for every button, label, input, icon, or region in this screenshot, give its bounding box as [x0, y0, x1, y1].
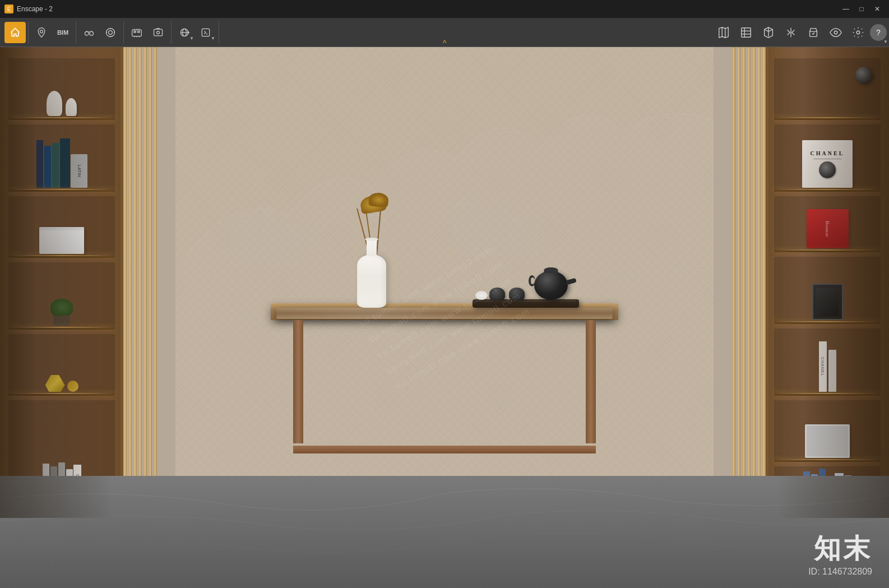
table-button[interactable] [735, 22, 757, 43]
table-leg-right [586, 320, 596, 443]
right-shelf-sphere [774, 58, 881, 120]
chanel-tall-book: CHANEL [819, 341, 827, 392]
bim-button[interactable]: BIM [52, 22, 73, 43]
right-slat-2 [737, 47, 740, 518]
chanel-book-text: CHANEL [811, 150, 845, 156]
toolbar: BIM [0, 18, 889, 47]
toolbar-capture-group [124, 21, 172, 44]
collapse-toolbar-button[interactable]: ^ [443, 39, 447, 48]
left-shelf-compartments: LATIN [0, 47, 123, 518]
shelf-compartment-gold [8, 334, 115, 396]
table-items [276, 240, 613, 308]
tea-set-arrangement [473, 260, 579, 308]
chanel-tall-group: CHANEL [819, 341, 836, 392]
table-legs [276, 320, 613, 487]
bucket-button[interactable] [803, 22, 824, 43]
book-dark-navy [60, 138, 70, 188]
viewport[interactable]: LATIN [0, 47, 889, 588]
svg-rect-7 [138, 31, 140, 33]
svg-point-20 [856, 31, 860, 34]
right-slat-3 [742, 47, 746, 518]
photo-frame [812, 284, 843, 320]
eye-button[interactable] [825, 22, 846, 43]
app-icon: E [4, 4, 13, 13]
right-shelf-chanel: CHANEL [774, 124, 881, 192]
book-dark-blue [36, 140, 43, 188]
maximize-button[interactable]: □ [854, 2, 869, 16]
close-button[interactable]: ✕ [870, 2, 885, 16]
shelf-compartment-books1: LATIN [8, 124, 115, 192]
white-frame [805, 424, 850, 458]
slat-1 [123, 47, 127, 518]
svg-rect-21 [231, 221, 254, 266]
vase-left-small [66, 98, 77, 116]
svg-rect-8 [154, 29, 163, 36]
right-shelf-chanel-tall: CHANEL [774, 328, 881, 396]
tray-flower [475, 291, 488, 300]
slat-2 [128, 47, 132, 518]
chanel-book-2 [828, 350, 836, 392]
target-button[interactable] [100, 22, 121, 43]
svg-point-3 [107, 28, 115, 36]
window-title: Enscape - 2 [17, 5, 53, 13]
right-shelf-compartments: CHANEL Вопиле [766, 47, 889, 518]
table-top [276, 308, 613, 319]
slat-4 [138, 47, 142, 518]
slat-6 [149, 47, 152, 518]
floor [0, 476, 889, 588]
wood-slats-right [732, 47, 766, 518]
svg-point-1 [85, 31, 89, 35]
toolbar-views-group [76, 21, 124, 44]
title-bar: E Enscape - 2 — □ ✕ [0, 0, 889, 18]
film-button[interactable] [126, 22, 147, 43]
window-controls[interactable]: — □ ✕ [839, 2, 885, 16]
shelf-compartment-vases [8, 58, 115, 120]
tea-tray [473, 299, 579, 308]
room-scene: LATIN [0, 47, 889, 588]
screenshot-button[interactable] [147, 22, 169, 43]
teacup-2 [509, 288, 525, 300]
book-gray-tall: LATIN [71, 154, 87, 188]
shelf-left: LATIN [0, 47, 123, 518]
location-button[interactable] [31, 22, 52, 43]
map-button[interactable] [713, 22, 734, 43]
table-rail [293, 446, 596, 453]
right-slat-7 [762, 47, 766, 518]
svg-rect-6 [134, 31, 136, 33]
mirror-button[interactable]: ▼ [780, 22, 802, 43]
right-slat-5 [752, 47, 756, 518]
svg-point-4 [109, 30, 113, 34]
right-shelf-frame [774, 400, 881, 462]
plant-ornament [49, 298, 75, 326]
slat-5 [143, 47, 147, 518]
lotus-head-2 [368, 192, 389, 208]
vase-left-large [47, 91, 62, 116]
right-shelf-photo [774, 257, 881, 324]
teacup-1 [489, 288, 505, 300]
home-button[interactable] [4, 22, 26, 43]
shelf-compartment-box [8, 196, 115, 258]
svg-rect-5 [132, 30, 142, 36]
brand-id-text: ID: 1146732809 [808, 567, 872, 577]
svg-point-19 [834, 31, 837, 34]
svg-rect-22 [257, 210, 274, 266]
export-exe-button[interactable]: ▼ [195, 22, 216, 43]
dark-sphere [855, 67, 872, 84]
console-table [276, 308, 613, 487]
svg-rect-15 [742, 27, 751, 37]
help-button[interactable]: ? [870, 24, 887, 41]
toolbar-location-group: BIM [29, 21, 76, 44]
teapot [534, 271, 568, 300]
storage-box [39, 227, 84, 254]
wood-slats-left [123, 47, 157, 518]
export-360-button[interactable]: ▼ [174, 22, 195, 43]
toolbar-export-group: ▼ ▼ [172, 21, 219, 44]
minimize-button[interactable]: — [839, 2, 853, 16]
table-leg-left [293, 320, 303, 443]
white-vase [357, 254, 386, 308]
settings-button[interactable] [848, 22, 869, 43]
toolbar-home-group [2, 21, 29, 44]
binoculars-button[interactable] [78, 22, 100, 43]
box-button[interactable] [758, 22, 779, 43]
right-slat-4 [747, 47, 751, 518]
